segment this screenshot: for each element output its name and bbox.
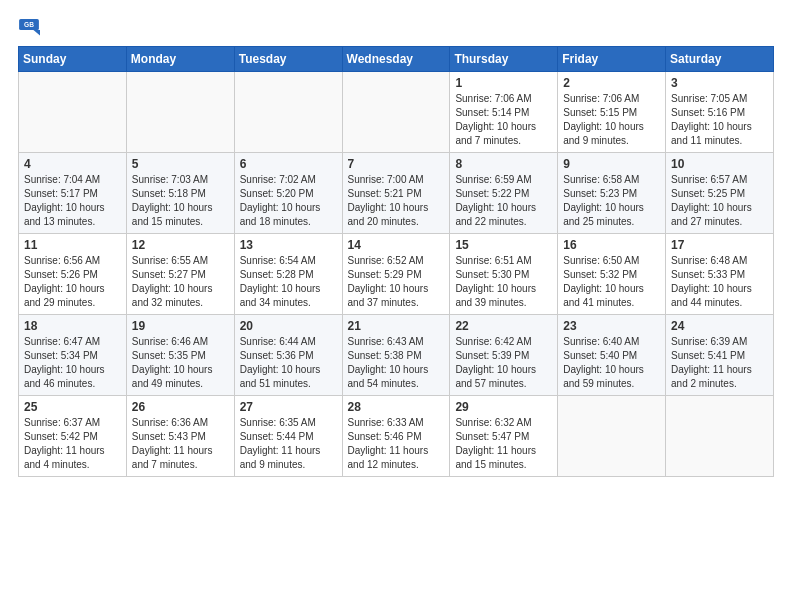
day-info: Sunrise: 6:39 AMSunset: 5:41 PMDaylight:… [671, 335, 768, 391]
day-info: Sunrise: 6:40 AMSunset: 5:40 PMDaylight:… [563, 335, 660, 391]
calendar-cell [558, 396, 666, 477]
day-number: 14 [348, 238, 445, 252]
col-header-friday: Friday [558, 47, 666, 72]
calendar-week-2: 4Sunrise: 7:04 AMSunset: 5:17 PMDaylight… [19, 153, 774, 234]
calendar-cell: 16Sunrise: 6:50 AMSunset: 5:32 PMDayligh… [558, 234, 666, 315]
day-info: Sunrise: 6:47 AMSunset: 5:34 PMDaylight:… [24, 335, 121, 391]
day-info: Sunrise: 6:36 AMSunset: 5:43 PMDaylight:… [132, 416, 229, 472]
day-number: 7 [348, 157, 445, 171]
day-number: 12 [132, 238, 229, 252]
day-number: 20 [240, 319, 337, 333]
day-number: 9 [563, 157, 660, 171]
calendar-cell: 12Sunrise: 6:55 AMSunset: 5:27 PMDayligh… [126, 234, 234, 315]
svg-text:GB: GB [24, 21, 34, 28]
day-number: 3 [671, 76, 768, 90]
day-info: Sunrise: 6:55 AMSunset: 5:27 PMDaylight:… [132, 254, 229, 310]
day-info: Sunrise: 6:58 AMSunset: 5:23 PMDaylight:… [563, 173, 660, 229]
day-info: Sunrise: 7:06 AMSunset: 5:14 PMDaylight:… [455, 92, 552, 148]
day-info: Sunrise: 6:59 AMSunset: 5:22 PMDaylight:… [455, 173, 552, 229]
calendar-cell: 18Sunrise: 6:47 AMSunset: 5:34 PMDayligh… [19, 315, 127, 396]
day-info: Sunrise: 6:54 AMSunset: 5:28 PMDaylight:… [240, 254, 337, 310]
day-info: Sunrise: 6:46 AMSunset: 5:35 PMDaylight:… [132, 335, 229, 391]
calendar-cell: 15Sunrise: 6:51 AMSunset: 5:30 PMDayligh… [450, 234, 558, 315]
day-number: 19 [132, 319, 229, 333]
day-number: 5 [132, 157, 229, 171]
calendar-cell [234, 72, 342, 153]
day-number: 22 [455, 319, 552, 333]
day-info: Sunrise: 6:48 AMSunset: 5:33 PMDaylight:… [671, 254, 768, 310]
calendar-cell: 2Sunrise: 7:06 AMSunset: 5:15 PMDaylight… [558, 72, 666, 153]
day-number: 16 [563, 238, 660, 252]
day-number: 25 [24, 400, 121, 414]
calendar-cell: 21Sunrise: 6:43 AMSunset: 5:38 PMDayligh… [342, 315, 450, 396]
calendar-cell: 23Sunrise: 6:40 AMSunset: 5:40 PMDayligh… [558, 315, 666, 396]
calendar-cell: 19Sunrise: 6:46 AMSunset: 5:35 PMDayligh… [126, 315, 234, 396]
day-number: 13 [240, 238, 337, 252]
calendar-cell: 9Sunrise: 6:58 AMSunset: 5:23 PMDaylight… [558, 153, 666, 234]
calendar-cell: 3Sunrise: 7:05 AMSunset: 5:16 PMDaylight… [666, 72, 774, 153]
calendar-cell: 10Sunrise: 6:57 AMSunset: 5:25 PMDayligh… [666, 153, 774, 234]
col-header-thursday: Thursday [450, 47, 558, 72]
day-info: Sunrise: 6:44 AMSunset: 5:36 PMDaylight:… [240, 335, 337, 391]
calendar-cell: 29Sunrise: 6:32 AMSunset: 5:47 PMDayligh… [450, 396, 558, 477]
day-info: Sunrise: 7:02 AMSunset: 5:20 PMDaylight:… [240, 173, 337, 229]
day-info: Sunrise: 6:50 AMSunset: 5:32 PMDaylight:… [563, 254, 660, 310]
day-number: 26 [132, 400, 229, 414]
day-info: Sunrise: 6:43 AMSunset: 5:38 PMDaylight:… [348, 335, 445, 391]
calendar-cell [342, 72, 450, 153]
calendar-cell: 7Sunrise: 7:00 AMSunset: 5:21 PMDaylight… [342, 153, 450, 234]
calendar-header-row: SundayMondayTuesdayWednesdayThursdayFrid… [19, 47, 774, 72]
col-header-tuesday: Tuesday [234, 47, 342, 72]
day-number: 10 [671, 157, 768, 171]
day-number: 2 [563, 76, 660, 90]
day-number: 8 [455, 157, 552, 171]
day-info: Sunrise: 7:00 AMSunset: 5:21 PMDaylight:… [348, 173, 445, 229]
svg-marker-2 [33, 30, 40, 35]
day-info: Sunrise: 6:35 AMSunset: 5:44 PMDaylight:… [240, 416, 337, 472]
day-info: Sunrise: 6:56 AMSunset: 5:26 PMDaylight:… [24, 254, 121, 310]
calendar-week-3: 11Sunrise: 6:56 AMSunset: 5:26 PMDayligh… [19, 234, 774, 315]
day-number: 17 [671, 238, 768, 252]
calendar-cell [126, 72, 234, 153]
day-number: 15 [455, 238, 552, 252]
col-header-sunday: Sunday [19, 47, 127, 72]
calendar-week-1: 1Sunrise: 7:06 AMSunset: 5:14 PMDaylight… [19, 72, 774, 153]
calendar-cell: 13Sunrise: 6:54 AMSunset: 5:28 PMDayligh… [234, 234, 342, 315]
calendar-cell: 27Sunrise: 6:35 AMSunset: 5:44 PMDayligh… [234, 396, 342, 477]
col-header-wednesday: Wednesday [342, 47, 450, 72]
day-number: 4 [24, 157, 121, 171]
calendar-cell: 4Sunrise: 7:04 AMSunset: 5:17 PMDaylight… [19, 153, 127, 234]
calendar-cell: 8Sunrise: 6:59 AMSunset: 5:22 PMDaylight… [450, 153, 558, 234]
calendar-cell: 1Sunrise: 7:06 AMSunset: 5:14 PMDaylight… [450, 72, 558, 153]
day-number: 27 [240, 400, 337, 414]
calendar-cell: 25Sunrise: 6:37 AMSunset: 5:42 PMDayligh… [19, 396, 127, 477]
day-info: Sunrise: 7:05 AMSunset: 5:16 PMDaylight:… [671, 92, 768, 148]
page: GB SundayMondayTuesdayWednesdayThursdayF… [0, 0, 792, 487]
day-info: Sunrise: 6:57 AMSunset: 5:25 PMDaylight:… [671, 173, 768, 229]
calendar-cell: 24Sunrise: 6:39 AMSunset: 5:41 PMDayligh… [666, 315, 774, 396]
day-info: Sunrise: 7:04 AMSunset: 5:17 PMDaylight:… [24, 173, 121, 229]
day-info: Sunrise: 7:03 AMSunset: 5:18 PMDaylight:… [132, 173, 229, 229]
calendar-cell: 26Sunrise: 6:36 AMSunset: 5:43 PMDayligh… [126, 396, 234, 477]
calendar-week-5: 25Sunrise: 6:37 AMSunset: 5:42 PMDayligh… [19, 396, 774, 477]
header: GB [18, 18, 774, 40]
calendar-cell: 11Sunrise: 6:56 AMSunset: 5:26 PMDayligh… [19, 234, 127, 315]
day-info: Sunrise: 6:33 AMSunset: 5:46 PMDaylight:… [348, 416, 445, 472]
day-number: 28 [348, 400, 445, 414]
calendar-cell: 20Sunrise: 6:44 AMSunset: 5:36 PMDayligh… [234, 315, 342, 396]
day-info: Sunrise: 6:32 AMSunset: 5:47 PMDaylight:… [455, 416, 552, 472]
col-header-monday: Monday [126, 47, 234, 72]
day-info: Sunrise: 6:52 AMSunset: 5:29 PMDaylight:… [348, 254, 445, 310]
day-number: 18 [24, 319, 121, 333]
day-number: 1 [455, 76, 552, 90]
logo-icon: GB [18, 18, 40, 40]
col-header-saturday: Saturday [666, 47, 774, 72]
day-info: Sunrise: 7:06 AMSunset: 5:15 PMDaylight:… [563, 92, 660, 148]
calendar-cell: 6Sunrise: 7:02 AMSunset: 5:20 PMDaylight… [234, 153, 342, 234]
day-number: 24 [671, 319, 768, 333]
day-number: 11 [24, 238, 121, 252]
calendar-cell: 22Sunrise: 6:42 AMSunset: 5:39 PMDayligh… [450, 315, 558, 396]
day-number: 29 [455, 400, 552, 414]
day-number: 6 [240, 157, 337, 171]
calendar-cell: 17Sunrise: 6:48 AMSunset: 5:33 PMDayligh… [666, 234, 774, 315]
